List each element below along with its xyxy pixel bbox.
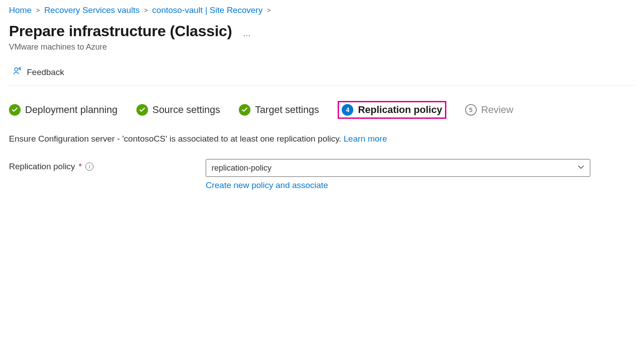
feedback-button[interactable]: Feedback [9, 64, 68, 80]
breadcrumb-home[interactable]: Home [9, 5, 32, 15]
wizard-steps: Deployment planning Source settings Targ… [9, 101, 635, 119]
field-label: Replication policy [9, 162, 75, 172]
page-subtitle: VMware machines to Azure [9, 42, 635, 52]
check-icon [239, 104, 250, 116]
dropdown-value: replication-policy [212, 163, 271, 173]
step-label: Review [481, 104, 513, 116]
breadcrumb: Home > Recovery Services vaults > contos… [9, 5, 635, 15]
step-description: Ensure Configuration server - 'contosoCS… [9, 134, 635, 144]
check-icon [136, 104, 148, 116]
step-source-settings[interactable]: Source settings [136, 104, 220, 116]
page-title: Prepare infrastructure (Classic) [9, 22, 232, 40]
chevron-right-icon: > [144, 7, 148, 14]
step-deployment-planning[interactable]: Deployment planning [9, 104, 118, 116]
description-text: Ensure Configuration server - 'contosoCS… [9, 134, 343, 143]
breadcrumb-vaults[interactable]: Recovery Services vaults [44, 5, 140, 15]
info-icon[interactable]: i [85, 163, 93, 171]
step-number-icon: 5 [465, 104, 477, 116]
step-label: Replication policy [358, 104, 442, 116]
toolbar: Feedback [9, 64, 635, 86]
step-label: Target settings [255, 104, 319, 116]
create-policy-link[interactable]: Create new policy and associate [206, 180, 328, 190]
required-indicator: * [79, 162, 82, 172]
replication-policy-dropdown[interactable]: replication-policy [206, 159, 590, 177]
feedback-label: Feedback [27, 67, 64, 77]
step-number-icon: 4 [342, 104, 353, 116]
breadcrumb-vault-site-recovery[interactable]: contoso-vault | Site Recovery [152, 5, 263, 15]
more-menu-icon[interactable]: … [243, 29, 251, 38]
step-target-settings[interactable]: Target settings [239, 104, 319, 116]
chevron-right-icon: > [36, 7, 40, 14]
step-review[interactable]: 5 Review [465, 104, 513, 116]
step-label: Source settings [153, 104, 220, 116]
form-row-replication-policy: Replication policy * i replication-polic… [9, 159, 635, 190]
feedback-icon [13, 66, 22, 78]
check-icon [9, 104, 21, 116]
step-replication-policy[interactable]: 4 Replication policy [338, 101, 446, 119]
chevron-down-icon [577, 163, 585, 173]
step-label: Deployment planning [25, 104, 118, 116]
learn-more-link[interactable]: Learn more [343, 134, 387, 143]
chevron-right-icon: > [267, 7, 271, 14]
svg-point-0 [15, 68, 18, 71]
